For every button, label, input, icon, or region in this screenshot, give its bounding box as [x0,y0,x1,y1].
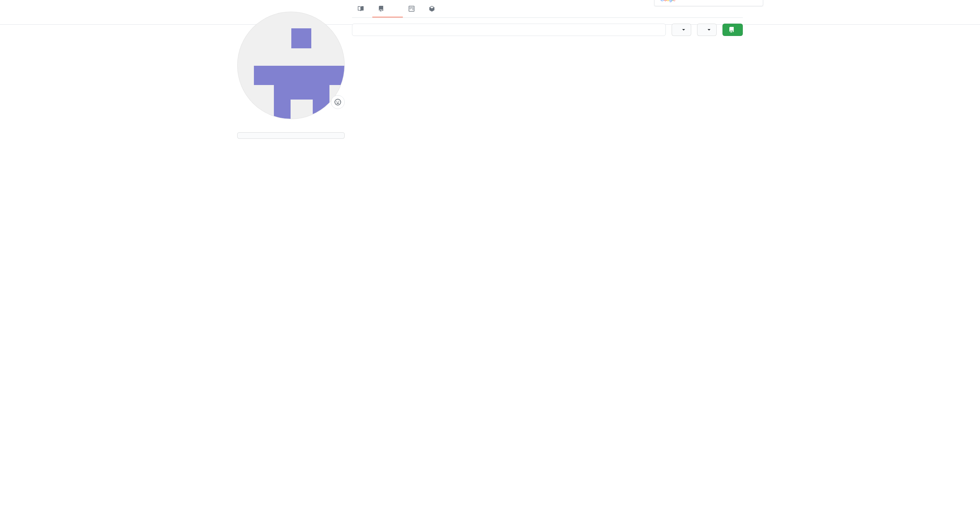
main-content: Google [352,0,766,139]
set-status-button[interactable] [331,95,345,109]
tab-projects[interactable] [403,0,423,18]
filter-bar [352,18,743,42]
project-icon [409,6,414,12]
new-repo-button[interactable] [722,24,743,36]
book-icon [358,6,364,12]
avatar[interactable] [237,12,345,119]
package-icon [429,6,435,12]
profile-sidebar [214,0,352,139]
language-filter[interactable] [697,24,717,36]
tab-packages[interactable] [423,0,444,18]
avatar-wrap [237,12,345,119]
tab-overview[interactable] [352,0,372,18]
google-translate-widget[interactable]: Google [654,0,763,6]
repo-icon [729,27,735,33]
type-filter[interactable] [671,24,691,36]
caret-down-icon [708,29,711,30]
repo-icon [378,6,384,12]
caret-down-icon [682,29,685,30]
edit-profile-button[interactable] [237,132,345,139]
tab-repositories[interactable] [372,0,403,18]
search-input[interactable] [352,24,666,36]
